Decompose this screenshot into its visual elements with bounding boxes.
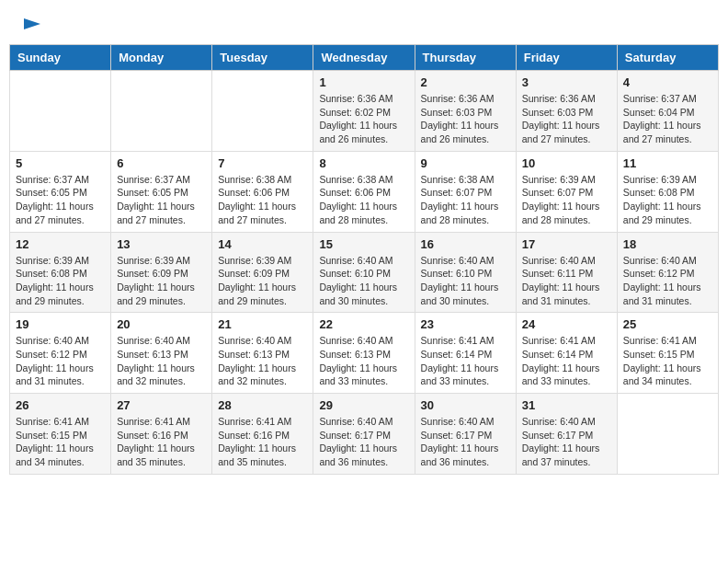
day-number: 23: [421, 317, 510, 331]
day-number: 27: [117, 398, 206, 412]
day-number: 10: [522, 156, 611, 170]
day-number: 9: [421, 156, 510, 170]
calendar-cell: 9Sunrise: 6:38 AM Sunset: 6:07 PM Daylig…: [415, 151, 516, 232]
day-number: 26: [16, 398, 105, 412]
day-info: Sunrise: 6:39 AM Sunset: 6:07 PM Dayligh…: [522, 173, 611, 227]
day-number: 15: [319, 237, 408, 251]
logo-flag-icon: [20, 18, 40, 35]
day-info: Sunrise: 6:40 AM Sunset: 6:12 PM Dayligh…: [623, 254, 712, 308]
day-info: Sunrise: 6:41 AM Sunset: 6:15 PM Dayligh…: [16, 415, 105, 469]
column-header-monday: Monday: [111, 45, 212, 71]
day-info: Sunrise: 6:37 AM Sunset: 6:04 PM Dayligh…: [623, 92, 712, 146]
calendar-cell: 19Sunrise: 6:40 AM Sunset: 6:12 PM Dayli…: [10, 313, 111, 394]
calendar-cell: 17Sunrise: 6:40 AM Sunset: 6:11 PM Dayli…: [516, 232, 617, 313]
calendar-cell: 18Sunrise: 6:40 AM Sunset: 6:12 PM Dayli…: [617, 232, 718, 313]
calendar-cell: 10Sunrise: 6:39 AM Sunset: 6:07 PM Dayli…: [516, 151, 617, 232]
day-info: Sunrise: 6:36 AM Sunset: 6:03 PM Dayligh…: [522, 92, 611, 146]
day-info: Sunrise: 6:40 AM Sunset: 6:17 PM Dayligh…: [421, 415, 510, 469]
day-number: 5: [16, 156, 105, 170]
calendar-cell: 24Sunrise: 6:41 AM Sunset: 6:14 PM Dayli…: [516, 313, 617, 394]
day-info: Sunrise: 6:38 AM Sunset: 6:07 PM Dayligh…: [421, 173, 510, 227]
day-info: Sunrise: 6:40 AM Sunset: 6:17 PM Dayligh…: [319, 415, 408, 469]
day-info: Sunrise: 6:40 AM Sunset: 6:12 PM Dayligh…: [16, 334, 105, 388]
calendar-cell: [212, 71, 313, 152]
calendar-cell: 31Sunrise: 6:40 AM Sunset: 6:17 PM Dayli…: [516, 394, 617, 475]
day-info: Sunrise: 6:36 AM Sunset: 6:03 PM Dayligh…: [421, 92, 510, 146]
day-number: 30: [421, 398, 510, 412]
calendar-week-row: 19Sunrise: 6:40 AM Sunset: 6:12 PM Dayli…: [10, 313, 719, 394]
calendar-cell: 6Sunrise: 6:37 AM Sunset: 6:05 PM Daylig…: [111, 151, 212, 232]
calendar-cell: 3Sunrise: 6:36 AM Sunset: 6:03 PM Daylig…: [516, 71, 617, 152]
column-header-tuesday: Tuesday: [212, 45, 313, 71]
calendar-cell: 12Sunrise: 6:39 AM Sunset: 6:08 PM Dayli…: [10, 232, 111, 313]
calendar-cell: [111, 71, 212, 152]
day-number: 18: [623, 237, 712, 251]
day-info: Sunrise: 6:37 AM Sunset: 6:05 PM Dayligh…: [16, 173, 105, 227]
calendar-cell: 5Sunrise: 6:37 AM Sunset: 6:05 PM Daylig…: [10, 151, 111, 232]
calendar-cell: 30Sunrise: 6:40 AM Sunset: 6:17 PM Dayli…: [415, 394, 516, 475]
day-number: 3: [522, 75, 611, 89]
column-header-saturday: Saturday: [617, 45, 718, 71]
calendar-cell: 28Sunrise: 6:41 AM Sunset: 6:16 PM Dayli…: [212, 394, 313, 475]
day-info: Sunrise: 6:40 AM Sunset: 6:13 PM Dayligh…: [218, 334, 307, 388]
day-number: 2: [421, 75, 510, 89]
day-info: Sunrise: 6:37 AM Sunset: 6:05 PM Dayligh…: [117, 173, 206, 227]
day-number: 29: [319, 398, 408, 412]
calendar-week-row: 1Sunrise: 6:36 AM Sunset: 6:02 PM Daylig…: [10, 71, 719, 152]
calendar-table: SundayMondayTuesdayWednesdayThursdayFrid…: [9, 44, 719, 475]
day-info: Sunrise: 6:41 AM Sunset: 6:14 PM Dayligh…: [421, 334, 510, 388]
calendar-cell: 1Sunrise: 6:36 AM Sunset: 6:02 PM Daylig…: [313, 71, 415, 152]
day-info: Sunrise: 6:40 AM Sunset: 6:11 PM Dayligh…: [522, 254, 611, 308]
day-number: 7: [218, 156, 307, 170]
day-info: Sunrise: 6:39 AM Sunset: 6:09 PM Dayligh…: [117, 254, 206, 308]
day-number: 8: [319, 156, 408, 170]
day-info: Sunrise: 6:38 AM Sunset: 6:06 PM Dayligh…: [319, 173, 408, 227]
day-info: Sunrise: 6:40 AM Sunset: 6:17 PM Dayligh…: [522, 415, 611, 469]
column-header-sunday: Sunday: [10, 45, 111, 71]
column-header-thursday: Thursday: [415, 45, 516, 71]
calendar-cell: 25Sunrise: 6:41 AM Sunset: 6:15 PM Dayli…: [617, 313, 718, 394]
day-number: 6: [117, 156, 206, 170]
day-number: 31: [522, 398, 611, 412]
column-header-friday: Friday: [516, 45, 617, 71]
calendar-cell: 4Sunrise: 6:37 AM Sunset: 6:04 PM Daylig…: [617, 71, 718, 152]
calendar-cell: 13Sunrise: 6:39 AM Sunset: 6:09 PM Dayli…: [111, 232, 212, 313]
day-number: 14: [218, 237, 307, 251]
calendar-cell: 8Sunrise: 6:38 AM Sunset: 6:06 PM Daylig…: [313, 151, 415, 232]
day-number: 17: [522, 237, 611, 251]
calendar-week-row: 12Sunrise: 6:39 AM Sunset: 6:08 PM Dayli…: [10, 232, 719, 313]
day-number: 25: [623, 317, 712, 331]
calendar-cell: [10, 71, 111, 152]
day-info: Sunrise: 6:36 AM Sunset: 6:02 PM Dayligh…: [319, 92, 408, 146]
day-info: Sunrise: 6:40 AM Sunset: 6:10 PM Dayligh…: [319, 254, 408, 308]
calendar-cell: 22Sunrise: 6:40 AM Sunset: 6:13 PM Dayli…: [313, 313, 415, 394]
logo: [18, 18, 40, 35]
day-info: Sunrise: 6:38 AM Sunset: 6:06 PM Dayligh…: [218, 173, 307, 227]
day-number: 19: [16, 317, 105, 331]
day-info: Sunrise: 6:41 AM Sunset: 6:16 PM Dayligh…: [117, 415, 206, 469]
day-info: Sunrise: 6:40 AM Sunset: 6:13 PM Dayligh…: [117, 334, 206, 388]
calendar-cell: 21Sunrise: 6:40 AM Sunset: 6:13 PM Dayli…: [212, 313, 313, 394]
calendar-cell: 14Sunrise: 6:39 AM Sunset: 6:09 PM Dayli…: [212, 232, 313, 313]
calendar-cell: 29Sunrise: 6:40 AM Sunset: 6:17 PM Dayli…: [313, 394, 415, 475]
calendar-cell: 2Sunrise: 6:36 AM Sunset: 6:03 PM Daylig…: [415, 71, 516, 152]
day-number: 12: [16, 237, 105, 251]
day-number: 20: [117, 317, 206, 331]
calendar-cell: 7Sunrise: 6:38 AM Sunset: 6:06 PM Daylig…: [212, 151, 313, 232]
day-number: 13: [117, 237, 206, 251]
day-info: Sunrise: 6:41 AM Sunset: 6:15 PM Dayligh…: [623, 334, 712, 388]
calendar-cell: 27Sunrise: 6:41 AM Sunset: 6:16 PM Dayli…: [111, 394, 212, 475]
day-info: Sunrise: 6:39 AM Sunset: 6:09 PM Dayligh…: [218, 254, 307, 308]
day-info: Sunrise: 6:41 AM Sunset: 6:16 PM Dayligh…: [218, 415, 307, 469]
day-info: Sunrise: 6:41 AM Sunset: 6:14 PM Dayligh…: [522, 334, 611, 388]
day-info: Sunrise: 6:40 AM Sunset: 6:13 PM Dayligh…: [319, 334, 408, 388]
day-info: Sunrise: 6:40 AM Sunset: 6:10 PM Dayligh…: [421, 254, 510, 308]
day-number: 28: [218, 398, 307, 412]
calendar-cell: 26Sunrise: 6:41 AM Sunset: 6:15 PM Dayli…: [10, 394, 111, 475]
day-number: 21: [218, 317, 307, 331]
day-number: 11: [623, 156, 712, 170]
calendar-cell: 20Sunrise: 6:40 AM Sunset: 6:13 PM Dayli…: [111, 313, 212, 394]
calendar-cell: 15Sunrise: 6:40 AM Sunset: 6:10 PM Dayli…: [313, 232, 415, 313]
day-number: 1: [319, 75, 408, 89]
calendar-cell: 16Sunrise: 6:40 AM Sunset: 6:10 PM Dayli…: [415, 232, 516, 313]
